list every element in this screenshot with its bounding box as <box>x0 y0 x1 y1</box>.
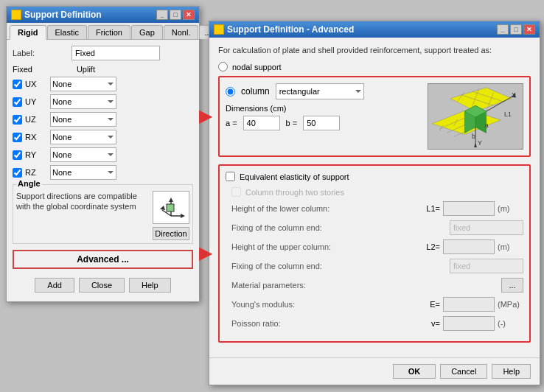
rx-checkbox[interactable] <box>13 133 22 142</box>
poisson-label: Poisson ratio: <box>231 319 431 328</box>
two-stories-row: Column through two stories <box>231 187 523 197</box>
left-window-title: Support Definition <box>24 10 102 20</box>
angle-text: Support directions are compatible with t… <box>16 191 148 212</box>
l2-input[interactable] <box>443 239 495 254</box>
uy-checkbox[interactable] <box>13 97 22 107</box>
ux-dropdown[interactable]: None <box>50 77 116 91</box>
material-params-btn[interactable]: ... <box>501 278 523 293</box>
fixing-end2-row: Fixing of the column end: fixed pinned <box>231 259 523 273</box>
uz-checkbox[interactable] <box>13 115 22 125</box>
ux-label: UX <box>25 80 47 88</box>
tab-rigid[interactable]: Rigid <box>10 25 46 40</box>
bottom-buttons: Add Close Help <box>13 275 193 295</box>
uplift-label: Uplift <box>77 65 95 74</box>
ry-dropdown[interactable]: None <box>50 147 116 162</box>
maximize-btn[interactable]: □ <box>170 10 181 20</box>
youngs-modulus-row: Young's modulus: E= (MPa) <box>231 297 523 312</box>
dimensions-row: Dimensions (cm) <box>226 104 422 113</box>
left-content: Label: Fixed Uplift UX None UY None <box>7 40 199 301</box>
fixing-end2-label: Fixing of the column end: <box>231 262 450 270</box>
b-input[interactable] <box>303 116 340 130</box>
two-stories-checkbox[interactable] <box>231 187 241 197</box>
column-arrow: ▶ <box>199 107 212 126</box>
youngs-modulus-label: Young's modulus: <box>231 300 430 309</box>
nodal-support-radio[interactable] <box>218 62 228 71</box>
equiv-elasticity-checkbox[interactable] <box>226 172 235 181</box>
poisson-row: Poisson ratio: v= (-) <box>231 316 523 331</box>
advanced-window: Support Definition - Advanced _ □ ✕ For … <box>209 21 540 385</box>
ux-checkbox[interactable] <box>13 80 22 89</box>
e-unit: (MPa) <box>498 300 523 309</box>
right-maximize-btn[interactable]: □ <box>510 24 522 35</box>
rx-dropdown[interactable]: None <box>50 130 116 144</box>
a-input[interactable] <box>243 116 280 130</box>
uy-dropdown[interactable]: None <box>50 94 116 109</box>
lower-height-value: L1= (m) <box>426 201 523 216</box>
tab-bar: Rigid Elastic Friction Gap Nonl. ... <box>7 23 199 40</box>
v-unit: (-) <box>498 319 523 328</box>
label-row: Label: <box>13 46 193 60</box>
svg-rect-6 <box>167 204 174 211</box>
tab-friction[interactable]: Friction <box>88 25 130 39</box>
youngs-value: E= (MPa) <box>430 297 523 312</box>
close-btn[interactable]: ✕ <box>183 10 195 20</box>
e-input[interactable] <box>443 297 495 312</box>
upper-height-value: L2= (m) <box>426 239 523 254</box>
rz-checkbox[interactable] <box>13 168 22 178</box>
ok-button[interactable]: OK <box>393 364 436 379</box>
column-type-dropdown[interactable]: rectangular circular I-section <box>276 83 364 99</box>
lower-height-label: Height of the lower column: <box>231 204 426 213</box>
window-icon <box>11 10 21 20</box>
right-help-button[interactable]: Help <box>492 364 531 379</box>
column-radio-row: column rectangular circular I-section <box>226 83 422 99</box>
l1-label: L1= <box>426 204 440 213</box>
column-top: column rectangular circular I-section Di… <box>226 83 523 150</box>
uy-label: UY <box>25 97 47 106</box>
v-input[interactable] <box>443 316 495 331</box>
column-radio[interactable] <box>226 87 235 97</box>
column-3d-svg: X Y L1 b a <box>428 84 523 149</box>
right-window-title: Support Definition - Advanced <box>227 24 354 35</box>
ry-checkbox[interactable] <box>13 150 22 160</box>
fixing-end1-dropdown[interactable]: fixed pinned <box>450 220 523 235</box>
lower-height-row: Height of the lower column: L1= (m) <box>231 201 523 216</box>
uz-dropdown[interactable]: None <box>50 112 116 127</box>
direction-button[interactable]: Direction <box>153 227 189 240</box>
elasticity-arrow: ▶ <box>199 244 212 263</box>
rz-dropdown[interactable]: None <box>50 165 116 180</box>
right-minimize-btn[interactable]: _ <box>497 24 509 35</box>
add-button[interactable]: Add <box>35 278 74 293</box>
fixing-end2-dropdown[interactable]: fixed pinned <box>450 259 523 273</box>
tab-gap[interactable]: Gap <box>131 25 163 39</box>
l2-unit: (m) <box>498 242 523 251</box>
b-label: b = <box>286 119 298 127</box>
direction-rows: UX None UY None UZ None <box>13 77 193 180</box>
dir-row-uy: UY None <box>13 94 193 109</box>
minimize-btn[interactable]: _ <box>156 10 168 20</box>
cancel-button[interactable]: Cancel <box>440 364 487 379</box>
rx-label: RX <box>25 133 47 141</box>
right-close-btn[interactable]: ✕ <box>523 24 535 35</box>
help-button[interactable]: Help <box>129 278 171 293</box>
l1-input[interactable] <box>443 201 495 216</box>
tab-nonl[interactable]: Nonl. <box>164 25 199 39</box>
close-button[interactable]: Close <box>79 278 125 293</box>
svg-marker-4 <box>181 214 185 218</box>
dir-row-uz: UZ None <box>13 112 193 127</box>
left-title-bar: Support Definition _ □ ✕ <box>7 7 199 23</box>
uz-label: UZ <box>25 115 47 124</box>
tab-elastic[interactable]: Elastic <box>47 25 87 39</box>
label-caption: Label: <box>13 49 72 57</box>
right-title-bar: Support Definition - Advanced _ □ ✕ <box>209 21 540 38</box>
advanced-button[interactable]: Advanced ... <box>13 250 193 269</box>
fixing-end1-row: Fixing of the column end: fixed pinned <box>231 220 523 235</box>
a-label: a = <box>226 119 237 127</box>
poisson-value: v= (-) <box>431 316 523 331</box>
fixed-directions-header: Fixed Uplift <box>13 65 193 74</box>
fixing-end1-label: Fixing of the column end: <box>231 223 450 232</box>
dir-row-ry: RY None <box>13 147 193 162</box>
label-input[interactable] <box>72 46 160 60</box>
sub-section: Column through two stories Height of the… <box>226 187 523 331</box>
column-section: ▶ column rectangular circular I-section … <box>218 76 531 157</box>
ok-cancel-row: OK Cancel Help <box>209 357 540 385</box>
